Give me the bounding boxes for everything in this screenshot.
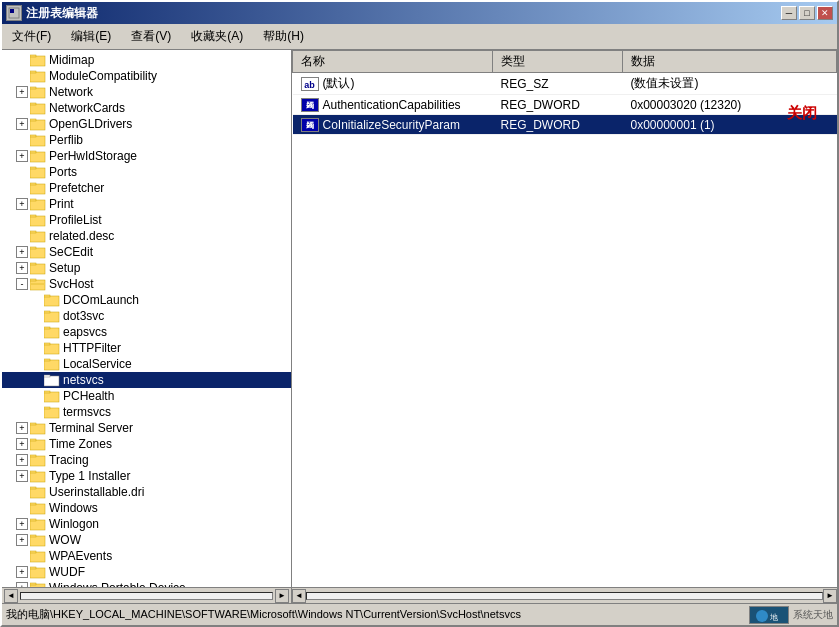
- tree-item-dcomlaunch[interactable]: DCOmLaunch: [2, 292, 291, 308]
- svg-rect-60: [30, 503, 36, 505]
- table-row[interactable]: ab (默认) REG_SZ (数值未设置): [293, 73, 837, 95]
- tree-item-prefetcher[interactable]: Prefetcher: [2, 180, 291, 196]
- expand-perhwid[interactable]: +: [16, 150, 28, 162]
- menu-file[interactable]: 文件(F): [6, 26, 57, 47]
- tree-label: Perflib: [49, 133, 83, 147]
- scroll-left-btn[interactable]: ◄: [4, 589, 18, 603]
- tree-item-tracing[interactable]: + Tracing: [2, 452, 291, 468]
- menu-view[interactable]: 查看(V): [125, 26, 177, 47]
- expand-secedit[interactable]: +: [16, 246, 28, 258]
- svg-rect-63: [30, 536, 45, 546]
- expand-terminalserver[interactable]: +: [16, 422, 28, 434]
- expand-print[interactable]: +: [16, 198, 28, 210]
- tree-item-setup[interactable]: + Setup: [2, 260, 291, 276]
- tree-item-perhwid[interactable]: + PerHwIdStorage: [2, 148, 291, 164]
- tree-item-pchealth[interactable]: PCHealth: [2, 388, 291, 404]
- tree-label: Print: [49, 197, 74, 211]
- horizontal-scrollbar-right[interactable]: ◄ ►: [292, 588, 837, 603]
- tree-item-wow[interactable]: + WOW: [2, 532, 291, 548]
- cell-name[interactable]: 蠲 CoInitializeSecurityParam: [293, 115, 493, 135]
- svg-rect-15: [30, 151, 36, 153]
- folder-icon: [44, 293, 60, 307]
- tree-item-userinstallable[interactable]: Userinstallable.dri: [2, 484, 291, 500]
- tree-item-type1[interactable]: + Type 1 Installer: [2, 468, 291, 484]
- svg-rect-19: [30, 183, 36, 185]
- expand-wudf[interactable]: +: [16, 566, 28, 578]
- tree-label: Type 1 Installer: [49, 469, 130, 483]
- svg-rect-50: [30, 423, 36, 425]
- col-header-data[interactable]: 数据: [623, 51, 837, 73]
- expand-opengl[interactable]: +: [16, 118, 28, 130]
- horizontal-scrollbar-left[interactable]: ◄ ►: [2, 588, 292, 603]
- menu-help[interactable]: 帮助(H): [257, 26, 310, 47]
- cell-name[interactable]: ab (默认): [293, 73, 493, 95]
- cell-name-text: AuthenticationCapabilities: [323, 98, 461, 112]
- tree-item-termsvcs[interactable]: termsvcs: [2, 404, 291, 420]
- svg-rect-3: [30, 55, 36, 57]
- svg-rect-47: [44, 408, 59, 418]
- folder-icon: [30, 85, 46, 99]
- tree-item-windows[interactable]: Windows: [2, 500, 291, 516]
- tree-item-localservice[interactable]: LocalService: [2, 356, 291, 372]
- expand-tracing[interactable]: +: [16, 454, 28, 466]
- folder-icon: [30, 437, 46, 451]
- svg-rect-21: [30, 199, 36, 201]
- svg-rect-8: [30, 104, 45, 114]
- tree-item-netsvcs[interactable]: netsvcs: [2, 372, 291, 388]
- expand-timezones[interactable]: +: [16, 438, 28, 450]
- expand-wow[interactable]: +: [16, 534, 28, 546]
- tree-item-perflib[interactable]: Perflib: [2, 132, 291, 148]
- minimize-button[interactable]: ─: [781, 6, 797, 20]
- registry-pane[interactable]: 名称 类型 数据 ab (默认) REG_SZ: [292, 50, 837, 587]
- svg-rect-39: [44, 344, 59, 354]
- scroll-track-right[interactable]: [306, 592, 823, 600]
- cell-name[interactable]: 蠲 AuthenticationCapabilities: [293, 95, 493, 115]
- close-button[interactable]: ✕: [817, 6, 833, 20]
- tree-item-secedit[interactable]: + SeCEdit: [2, 244, 291, 260]
- tree-item-ports[interactable]: Ports: [2, 164, 291, 180]
- tree-item-winlogon[interactable]: + Winlogon: [2, 516, 291, 532]
- scroll-track-left[interactable]: [20, 592, 273, 600]
- tree-item-network[interactable]: + Network: [2, 84, 291, 100]
- col-header-name[interactable]: 名称: [293, 51, 493, 73]
- scroll-left-btn2[interactable]: ◄: [292, 589, 306, 603]
- tree-item-svchost[interactable]: - SvcHost: [2, 276, 291, 292]
- expand-winlogon[interactable]: +: [16, 518, 28, 530]
- tree-pane[interactable]: Midimap ModuleCompatibility + Network: [2, 50, 292, 587]
- tree-item-httpfilter[interactable]: HTTPFilter: [2, 340, 291, 356]
- tree-item-opengl[interactable]: + OpenGLDrivers: [2, 116, 291, 132]
- expand-svchost[interactable]: -: [16, 278, 28, 290]
- folder-icon: [44, 389, 60, 403]
- tree-item-networkcards[interactable]: NetworkCards: [2, 100, 291, 116]
- menu-edit[interactable]: 编辑(E): [65, 26, 117, 47]
- tree-item-dot3svc[interactable]: dot3svc: [2, 308, 291, 324]
- cell-name-text: (默认): [323, 75, 355, 92]
- tree-item-related[interactable]: related.desc: [2, 228, 291, 244]
- col-header-type[interactable]: 类型: [493, 51, 623, 73]
- tree-item-wpaevents[interactable]: WPAEvents: [2, 548, 291, 564]
- maximize-button[interactable]: □: [799, 6, 815, 20]
- expand-network[interactable]: +: [16, 86, 28, 98]
- tree-label: dot3svc: [63, 309, 104, 323]
- tree-item-timezones[interactable]: + Time Zones: [2, 436, 291, 452]
- tree-item-midimap[interactable]: Midimap: [2, 52, 291, 68]
- scroll-right-btn[interactable]: ►: [275, 589, 289, 603]
- table-row[interactable]: 蠲 AuthenticationCapabilities REG_DWORD 0…: [293, 95, 837, 115]
- tree-item-eapsvcs[interactable]: eapsvcs: [2, 324, 291, 340]
- tree-item-modulecompat[interactable]: ModuleCompatibility: [2, 68, 291, 84]
- svg-rect-2: [30, 56, 45, 66]
- tree-item-print[interactable]: + Print: [2, 196, 291, 212]
- tree-item-terminalserver[interactable]: + Terminal Server: [2, 420, 291, 436]
- expand-type1[interactable]: +: [16, 470, 28, 482]
- expand-setup[interactable]: +: [16, 262, 28, 274]
- tree-item-wudf[interactable]: + WUDF: [2, 564, 291, 580]
- table-row[interactable]: 蠲 CoInitializeSecurityParam REG_DWORD 0x…: [293, 115, 837, 135]
- tree-item-winportable[interactable]: + Windows Portable Device...: [2, 580, 291, 587]
- titlebar: 注册表编辑器 ─ □ ✕: [2, 2, 837, 24]
- svg-rect-33: [44, 296, 59, 306]
- tree-item-profilelist[interactable]: ProfileList: [2, 212, 291, 228]
- menu-favorites[interactable]: 收藏夹(A): [185, 26, 249, 47]
- svg-rect-64: [30, 535, 36, 537]
- titlebar-left: 注册表编辑器: [6, 5, 98, 22]
- scroll-right-btn2[interactable]: ►: [823, 589, 837, 603]
